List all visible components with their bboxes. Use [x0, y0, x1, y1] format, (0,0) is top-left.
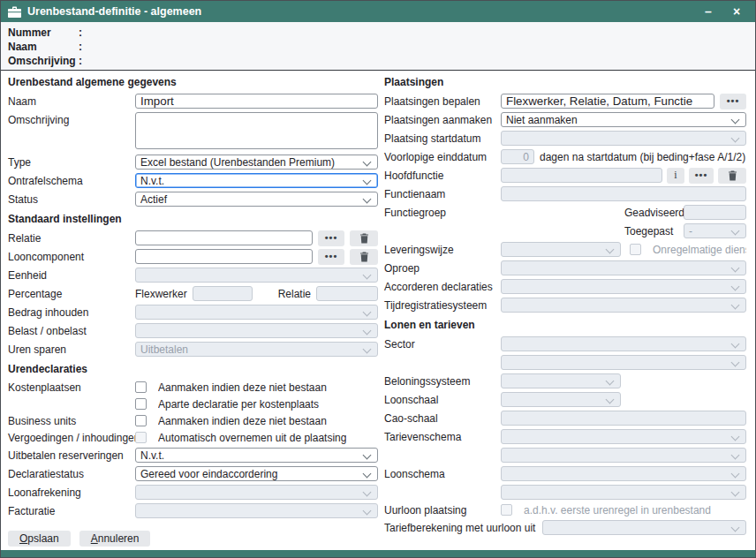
chevron-down-icon [731, 524, 740, 532]
kostenplaatsen-aanmaken-checkbox[interactable] [135, 381, 147, 393]
functienaam-label: Functienaam [384, 188, 501, 200]
hoofdfunctie-label: Hoofdfunctie [384, 170, 501, 182]
relatie-clear-button[interactable] [350, 230, 378, 246]
functiegroep-label: Functiegroep [384, 207, 501, 219]
chevron-down-icon [606, 396, 615, 404]
nummer-colon: : [79, 26, 86, 39]
chevron-down-icon [731, 264, 740, 273]
info-icon: i [674, 169, 677, 182]
eenheid-select [135, 268, 378, 283]
close-button[interactable]: × [727, 3, 746, 20]
oproep-select [501, 260, 746, 275]
tariefberekening-select [542, 520, 746, 535]
beloningssysteem-select [501, 373, 621, 388]
trash-icon [359, 233, 369, 244]
loonschema-label: Loonschema [384, 468, 501, 480]
cao-schaal-label: Cao-schaal [384, 412, 501, 425]
business-units-label: Business units [8, 415, 135, 427]
facturatie-label: Facturatie [8, 505, 135, 517]
bedrag-inhouden-select [135, 305, 378, 320]
toegepast-select: - [684, 223, 746, 238]
ontrafelschema-select[interactable]: N.v.t. [135, 173, 378, 188]
type-select[interactable]: Excel bestand (Urenbestanden Premium) [135, 155, 378, 170]
uren-sparen-value: Uitbetalen [140, 343, 188, 356]
oproep-label: Oproep [384, 262, 501, 275]
declaratiestatus-label: Declaratiestatus [8, 468, 135, 480]
loonschema-secondary-select [501, 485, 746, 500]
omschrijving-textarea[interactable] [135, 112, 378, 149]
naam-label: Naam [8, 41, 79, 53]
status-label: Status [8, 193, 135, 206]
minimize-button[interactable]: – [699, 3, 718, 20]
relatie-browse-button[interactable]: ••• [318, 230, 344, 246]
loonafrekening-label: Loonafrekening [8, 486, 135, 499]
business-units-aanmaken-checkbox-label: Aanmaken indien deze niet bestaan [158, 415, 327, 427]
omschrijving-field-label: Omschrijving [8, 112, 135, 126]
looncomponent-browse-button[interactable]: ••• [318, 249, 344, 265]
form-area: Urenbestand algemene gegevens Naam Omsch… [1, 71, 755, 550]
ellipsis-icon: ••• [695, 170, 708, 180]
tijdregistratiesysteem-label: Tijdregistratiesysteem [384, 299, 501, 312]
loonschaal-select [501, 392, 621, 407]
left-column: Urenbestand algemene gegevens Naam Omsch… [8, 76, 378, 522]
chevron-down-icon [606, 377, 615, 386]
ellipsis-icon: ••• [325, 251, 338, 261]
eenheid-label: Eenheid [8, 269, 135, 282]
plaatsingen-bepalen-label: Plaatsingen bepalen [384, 95, 501, 108]
chevron-down-icon [363, 345, 372, 354]
naam-row: Naam : [8, 40, 748, 54]
ontrafelschema-value: N.v.t. [140, 175, 164, 187]
status-value: Actief [140, 193, 167, 206]
relatie-label: Relatie [8, 232, 135, 245]
percentage-flexwerker-input [193, 286, 253, 301]
nummer-label: Nummer [8, 26, 79, 39]
business-units-aanmaken-checkbox[interactable] [135, 415, 147, 426]
hoofdfunctie-browse-button[interactable]: ••• [689, 168, 714, 184]
chevron-down-icon [731, 301, 740, 310]
chevron-down-icon [731, 488, 740, 497]
hoofdfunctie-clear-button[interactable] [718, 168, 746, 184]
aparte-declaratie-checkbox[interactable] [135, 398, 147, 410]
opslaan-button[interactable]: Opslaan [8, 531, 71, 547]
right-column: Plaatsingen Plaatsingen bepalen ••• Plaa… [384, 76, 746, 539]
section-title-plaatsingen: Plaatsingen [384, 76, 746, 89]
chevron-down-icon [363, 158, 372, 167]
automatisch-overnemen-checkbox [135, 432, 147, 443]
hoofdfunctie-info-button[interactable]: i [667, 168, 684, 184]
omschrijving-colon: : [79, 55, 86, 67]
looncomponent-input[interactable] [135, 249, 313, 264]
looncomponent-clear-button[interactable] [350, 249, 378, 265]
relatie-input[interactable] [135, 230, 313, 245]
chevron-down-icon [363, 195, 372, 204]
accorderen-declaraties-label: Accorderen declaraties [384, 281, 501, 293]
plaatsingen-aanmaken-select[interactable]: Niet aanmaken [501, 112, 746, 127]
chevron-down-icon [731, 116, 740, 124]
omschrijving-row: Omschrijving : [8, 54, 748, 68]
belast-onbelast-label: Belast / onbelast [8, 325, 135, 337]
bedrag-inhouden-label: Bedrag inhouden [8, 306, 135, 319]
toegepast-label: Toegepast [624, 225, 684, 238]
toegepast-value: - [689, 225, 692, 238]
plaatsingen-bepalen-input[interactable] [501, 94, 714, 109]
tariefberekening-label: Tariefberekening met uurloon uit [384, 522, 535, 534]
chevron-down-icon [363, 308, 372, 317]
status-select[interactable]: Actief [135, 192, 378, 207]
chevron-down-icon [363, 327, 372, 336]
chevron-down-icon [731, 470, 740, 479]
plaatsingen-bepalen-browse-button[interactable]: ••• [720, 94, 746, 109]
plaatsing-startdatum-label: Plaatsing startdatum [384, 132, 501, 145]
declaratiestatus-select[interactable]: Gereed voor eindaccordering [135, 466, 378, 481]
cao-schaal-input [501, 411, 746, 426]
plaatsing-startdatum-select [501, 131, 746, 146]
bottom-accent-bar [1, 550, 755, 557]
plaatsingen-aanmaken-label: Plaatsingen aanmaken [384, 114, 501, 126]
facturatie-select [135, 503, 378, 518]
uitbetalen-reserveringen-select[interactable]: N.v.t. [135, 448, 378, 463]
voorlopige-einddatum-label: Voorlopige einddatum [384, 151, 501, 163]
section-title-standaard-instellingen: Standaard instellingen [8, 213, 378, 226]
vergoedingen-label: Vergoedingen / inhoudingen [8, 432, 135, 444]
ontrafelschema-label: Ontrafelschema [8, 175, 135, 187]
naam-input[interactable] [135, 94, 378, 109]
annuleren-button[interactable]: Annuleren [79, 531, 151, 547]
beloningssysteem-label: Beloningssysteem [384, 375, 501, 388]
